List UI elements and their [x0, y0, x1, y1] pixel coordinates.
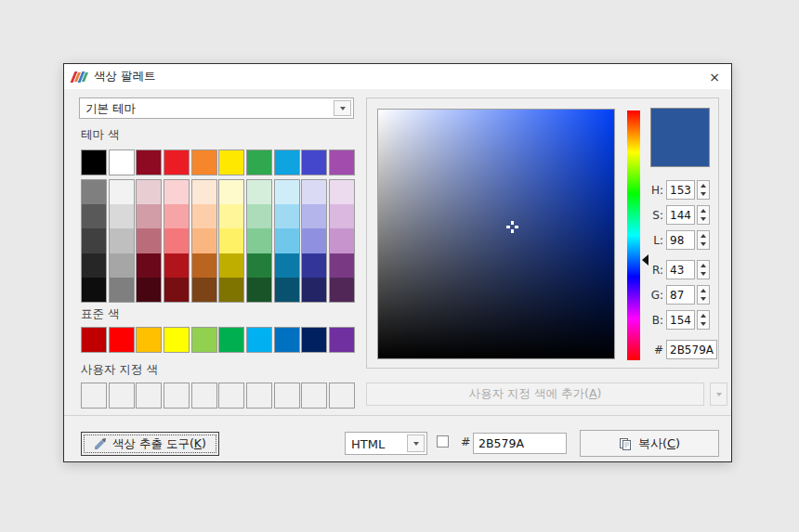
theme-combobox-arrow-button[interactable]: [334, 100, 351, 116]
standard-color-swatch[interactable]: [218, 327, 244, 353]
spin-up-button[interactable]: [698, 231, 709, 240]
theme-tint-swatch[interactable]: [137, 228, 161, 253]
standard-color-swatch[interactable]: [164, 327, 190, 353]
theme-color-swatch[interactable]: [81, 149, 107, 175]
h-value-input[interactable]: [666, 180, 695, 200]
spin-down-button[interactable]: [698, 190, 709, 200]
theme-color-swatch[interactable]: [109, 149, 135, 175]
theme-tint-swatch[interactable]: [330, 180, 354, 204]
theme-tint-swatch[interactable]: [164, 228, 189, 253]
theme-tint-swatch[interactable]: [219, 204, 243, 228]
theme-tint-swatch[interactable]: [82, 204, 106, 228]
hue-slider[interactable]: [627, 110, 640, 360]
spin-down-button[interactable]: [698, 215, 709, 225]
custom-color-swatch-empty[interactable]: [329, 383, 355, 409]
theme-tint-swatch[interactable]: [219, 278, 243, 302]
custom-color-swatch-empty[interactable]: [301, 383, 327, 409]
theme-tint-swatch[interactable]: [137, 180, 161, 204]
theme-color-swatch[interactable]: [191, 149, 217, 175]
standard-color-swatch[interactable]: [109, 327, 135, 353]
theme-tint-swatch[interactable]: [275, 278, 299, 302]
custom-color-swatch-empty[interactable]: [191, 383, 217, 409]
l-value-input[interactable]: [666, 230, 695, 250]
theme-tint-swatch[interactable]: [330, 228, 354, 253]
hex-value-input[interactable]: [666, 340, 717, 359]
spin-down-button[interactable]: [698, 295, 709, 305]
theme-color-swatch[interactable]: [301, 149, 327, 175]
b-value-input[interactable]: [666, 310, 695, 330]
theme-tint-swatch[interactable]: [192, 278, 216, 302]
theme-tint-swatch[interactable]: [219, 228, 243, 253]
format-combobox-arrow-button[interactable]: [407, 435, 425, 452]
saturation-lightness-area[interactable]: [377, 109, 615, 359]
custom-color-swatch-empty[interactable]: [136, 383, 162, 409]
theme-tint-swatch[interactable]: [192, 253, 216, 278]
theme-tint-swatch[interactable]: [110, 228, 134, 253]
spin-up-button[interactable]: [698, 311, 709, 320]
theme-tint-swatch[interactable]: [219, 180, 243, 204]
standard-color-swatch[interactable]: [246, 327, 272, 353]
g-value-input[interactable]: [666, 285, 695, 305]
standard-color-swatch[interactable]: [301, 327, 327, 353]
theme-tint-swatch[interactable]: [247, 278, 271, 302]
theme-tint-swatch[interactable]: [82, 228, 106, 253]
theme-tint-swatch[interactable]: [192, 228, 216, 253]
theme-combobox[interactable]: 기본 테마: [79, 97, 354, 119]
theme-tint-swatch[interactable]: [164, 253, 189, 278]
theme-tint-swatch[interactable]: [302, 228, 326, 253]
custom-color-swatch-empty[interactable]: [164, 383, 190, 409]
standard-color-swatch[interactable]: [81, 327, 107, 353]
spin-up-button[interactable]: [698, 261, 709, 270]
theme-tint-swatch[interactable]: [247, 228, 271, 253]
theme-color-swatch[interactable]: [218, 149, 244, 175]
theme-tint-swatch[interactable]: [82, 278, 106, 302]
theme-tint-swatch[interactable]: [247, 253, 271, 278]
theme-tint-swatch[interactable]: [247, 180, 271, 204]
standard-color-swatch[interactable]: [136, 327, 162, 353]
copy-button[interactable]: 복사(C): [580, 430, 719, 457]
custom-color-swatch-empty[interactable]: [218, 383, 244, 409]
theme-tint-swatch[interactable]: [192, 204, 216, 228]
theme-tint-swatch[interactable]: [275, 204, 299, 228]
theme-tint-swatch[interactable]: [302, 278, 326, 302]
theme-tint-swatch[interactable]: [247, 204, 271, 228]
theme-tint-swatch[interactable]: [192, 180, 216, 204]
theme-tint-swatch[interactable]: [302, 253, 326, 278]
theme-tint-swatch[interactable]: [275, 228, 299, 253]
spin-up-button[interactable]: [698, 206, 709, 215]
hex-prefix-checkbox[interactable]: [437, 435, 449, 448]
theme-color-swatch[interactable]: [246, 149, 272, 175]
standard-color-swatch[interactable]: [274, 327, 300, 353]
r-value-input[interactable]: [666, 260, 695, 279]
theme-tint-swatch[interactable]: [137, 278, 161, 302]
custom-color-swatch-empty[interactable]: [109, 383, 135, 409]
add-to-custom-colors-button[interactable]: 사용자 지정 색에 추가(A): [366, 383, 704, 406]
theme-tint-swatch[interactable]: [137, 204, 161, 228]
theme-tint-swatch[interactable]: [110, 204, 134, 228]
spin-up-button[interactable]: [698, 181, 709, 190]
theme-tint-swatch[interactable]: [164, 278, 189, 302]
theme-tint-swatch[interactable]: [137, 253, 161, 278]
footer-hex-value-input[interactable]: [473, 433, 567, 454]
theme-tint-swatch[interactable]: [330, 278, 354, 302]
close-button[interactable]: ×: [705, 68, 724, 86]
theme-tint-swatch[interactable]: [219, 253, 243, 278]
standard-color-swatch[interactable]: [191, 327, 217, 353]
theme-tint-swatch[interactable]: [275, 253, 299, 278]
add-to-custom-colors-dropdown-button[interactable]: [710, 383, 727, 406]
theme-tint-swatch[interactable]: [164, 204, 189, 228]
color-extract-tool-button[interactable]: 색상 추출 도구(K): [81, 432, 219, 456]
spin-down-button[interactable]: [698, 270, 709, 279]
custom-color-swatch-empty[interactable]: [81, 383, 107, 409]
custom-color-swatch-empty[interactable]: [274, 383, 300, 409]
s-value-input[interactable]: [666, 205, 695, 225]
theme-tint-swatch[interactable]: [110, 253, 134, 278]
spin-down-button[interactable]: [698, 320, 709, 330]
spin-up-button[interactable]: [698, 286, 709, 295]
theme-tint-swatch[interactable]: [302, 204, 326, 228]
format-combobox[interactable]: HTML: [345, 432, 427, 455]
theme-color-swatch[interactable]: [329, 149, 355, 175]
theme-tint-swatch[interactable]: [330, 253, 354, 278]
theme-tint-swatch[interactable]: [82, 180, 106, 204]
theme-tint-swatch[interactable]: [82, 253, 106, 278]
